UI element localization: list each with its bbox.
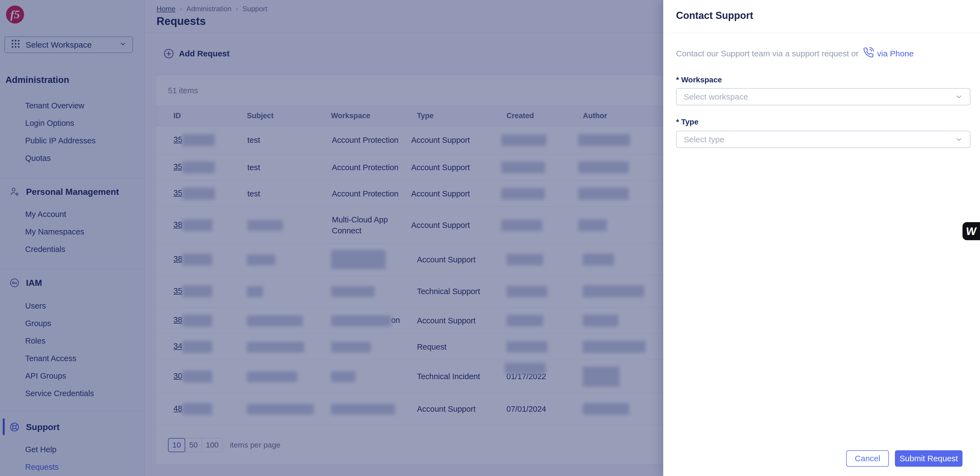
sidebar-item-users[interactable]: Users xyxy=(0,297,144,315)
table-row[interactable]: 35Technical Support xyxy=(156,275,697,307)
redacted-text xyxy=(578,134,630,146)
breadcrumb-home[interactable]: Home xyxy=(156,5,175,13)
cell-type: Account Support xyxy=(411,220,501,231)
cell-id: 38 xyxy=(173,253,247,265)
cell-type: Account Support xyxy=(417,315,506,326)
cell-subject xyxy=(247,286,331,297)
column-header-workspace[interactable]: Workspace xyxy=(331,111,417,120)
sidebar-item-tenant-access[interactable]: Tenant Access xyxy=(0,350,144,367)
cell-id: 48 xyxy=(173,403,247,415)
redacted-text xyxy=(506,341,547,353)
request-id-link[interactable]: 38 xyxy=(173,220,182,229)
items-count: 51 items xyxy=(168,86,198,95)
sidebar-item-my-account[interactable]: My Account xyxy=(0,205,144,223)
column-header-id[interactable]: ID xyxy=(173,111,247,120)
request-id-link[interactable]: 35 xyxy=(173,287,182,295)
table-row[interactable]: 48Account Support07/01/2024 xyxy=(156,393,697,425)
cell-id: 30 xyxy=(173,370,247,382)
table-header-row: IDSubjectWorkspaceTypeCreatedAuthor xyxy=(156,106,697,126)
panel-header-divider xyxy=(663,33,980,33)
cancel-button[interactable]: Cancel xyxy=(846,450,889,467)
via-phone-link[interactable]: via Phone xyxy=(863,47,913,60)
redacted-text xyxy=(182,370,212,382)
cell-subject: test xyxy=(247,162,332,173)
sidebar-item-get-help[interactable]: Get Help xyxy=(0,441,144,458)
table-row[interactable]: 35testAccount ProtectionAccount Support xyxy=(156,154,697,181)
sidebar-section-iam: IAMUsersGroupsRolesTenant AccessAPI Grou… xyxy=(0,269,144,411)
cell-type: Account Support xyxy=(411,135,501,145)
type-select[interactable]: Select type xyxy=(676,131,970,148)
cell-workspace xyxy=(331,250,417,269)
sidebar-section-label: Support xyxy=(26,422,60,432)
redacted-text xyxy=(182,188,215,200)
request-id-link[interactable]: 48 xyxy=(173,404,182,413)
workspace-select[interactable]: Select workspace xyxy=(676,88,970,105)
browser-widget-w[interactable]: W xyxy=(963,222,980,240)
life-ring-icon xyxy=(9,422,20,433)
column-header-created[interactable]: Created xyxy=(506,111,583,120)
sidebar-section-header-support[interactable]: Support xyxy=(0,419,144,435)
submit-request-button[interactable]: Submit Request xyxy=(895,450,963,467)
redacted-text xyxy=(247,404,314,415)
cell-type: Technical Support xyxy=(417,286,506,297)
table-row[interactable]: 35testAccount ProtectionAccount Support xyxy=(156,126,697,154)
cell-type: Account Support xyxy=(417,254,506,265)
page-size-option-10[interactable]: 10 xyxy=(168,438,185,452)
sidebar-item-api-groups[interactable]: API Groups xyxy=(0,367,144,385)
request-id-link[interactable]: 35 xyxy=(173,188,182,197)
sidebar-item-tenant-overview[interactable]: Tenant Overview xyxy=(0,97,144,115)
cell-id: 38 xyxy=(173,314,247,326)
redacted-text xyxy=(506,315,543,326)
cell-subject: test xyxy=(247,135,332,145)
sidebar-section-admin: AdministrationTenant OverviewLogin Optio… xyxy=(0,72,144,178)
table-row[interactable]: 34Request xyxy=(156,334,697,360)
sidebar-item-groups[interactable]: Groups xyxy=(0,315,144,332)
cell-workspace: Account Protection xyxy=(332,135,411,145)
redacted-text xyxy=(583,366,620,387)
table-row[interactable]: 35testAccount ProtectionAccount Support xyxy=(156,181,697,207)
type-select-placeholder: Select type xyxy=(684,135,955,144)
page-size-option-100[interactable]: 100 xyxy=(202,438,223,452)
request-id-link[interactable]: 35 xyxy=(173,162,182,171)
f5-logo[interactable]: f5 xyxy=(6,5,24,24)
table-row[interactable]: 30Technical Incident01/17/2022 xyxy=(156,360,697,393)
sidebar-section-header-pm[interactable]: Personal Management xyxy=(0,184,144,199)
sidebar-item-roles[interactable]: Roles xyxy=(0,332,144,350)
sidebar-item-credentials[interactable]: Credentials xyxy=(0,240,144,258)
redacted-text xyxy=(501,135,546,146)
sidebar-item-quotas[interactable]: Quotas xyxy=(0,150,144,167)
page-header: Home › Administration › Support Requests xyxy=(145,0,663,33)
cell-id: 35 xyxy=(173,161,247,173)
breadcrumb-administration[interactable]: Administration xyxy=(186,5,231,13)
sidebar-item-public-ip-addresses[interactable]: Public IP Addresses xyxy=(0,132,144,150)
redacted-text xyxy=(583,341,646,353)
request-id-link[interactable]: 34 xyxy=(173,342,182,350)
sidebar: f5 Select Workspace AdministrationTenant… xyxy=(0,0,145,476)
sidebar-item-login-options[interactable]: Login Options xyxy=(0,115,144,132)
request-id-link[interactable]: 30 xyxy=(173,371,182,380)
sidebar-section-header-iam[interactable]: IAM xyxy=(0,275,144,291)
column-header-type[interactable]: Type xyxy=(417,111,506,120)
cell-type: Request xyxy=(417,341,506,352)
sidebar-item-my-namespaces[interactable]: My Namespaces xyxy=(0,223,144,240)
redacted-text xyxy=(578,161,629,174)
table-row[interactable]: 38onAccount Support xyxy=(156,307,697,334)
request-id-link[interactable]: 38 xyxy=(173,315,182,324)
cell-created xyxy=(506,341,583,353)
cell-subject xyxy=(247,253,331,265)
workspace-selector[interactable]: Select Workspace xyxy=(5,37,133,53)
column-header-subject[interactable]: Subject xyxy=(247,111,331,120)
sidebar-item-service-credentials[interactable]: Service Credentials xyxy=(0,385,144,402)
add-request-button[interactable]: Add Request xyxy=(164,46,229,61)
redacted-text xyxy=(506,286,547,298)
request-id-link[interactable]: 38 xyxy=(173,255,182,263)
request-id-link[interactable]: 35 xyxy=(173,135,182,144)
table-row[interactable]: 38Multi-Cloud App ConnectAccount Support xyxy=(156,207,697,244)
page-size-option-50[interactable]: 50 xyxy=(185,438,202,452)
sidebar-item-requests[interactable]: Requests xyxy=(0,458,144,476)
redacted-text xyxy=(578,188,629,200)
redacted-text xyxy=(182,219,212,231)
cell-created xyxy=(506,315,583,326)
sidebar-section-header-admin[interactable]: Administration xyxy=(0,72,144,88)
table-row[interactable]: 38Account Support xyxy=(156,244,697,275)
